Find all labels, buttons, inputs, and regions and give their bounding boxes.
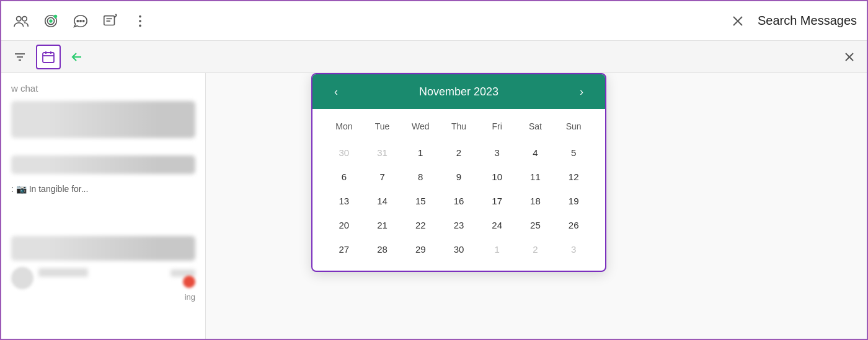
svg-point-1 (22, 16, 27, 20)
calendar-day[interactable]: 24 (478, 214, 516, 237)
chat-preview-text: : 📷 In tangible for... (11, 184, 195, 194)
svg-rect-22 (43, 53, 54, 63)
calendar-day[interactable]: 10 (478, 165, 516, 188)
svg-rect-9 (104, 15, 115, 25)
calendar-day[interactable]: 6 (325, 165, 363, 188)
calendar-day[interactable]: 1 (478, 238, 516, 261)
back-button[interactable] (66, 46, 88, 68)
calendar-day[interactable]: 30 (325, 141, 363, 164)
name-blur (38, 268, 88, 277)
svg-point-5 (54, 14, 58, 18)
svg-point-0 (17, 16, 21, 20)
calendar-day[interactable]: 19 (554, 190, 593, 212)
chat-icon[interactable] (71, 11, 91, 31)
svg-line-11 (115, 14, 117, 15)
next-month-button[interactable]: › (573, 83, 590, 100)
calendar-month-year: November 2023 (419, 85, 498, 98)
blur-block-1 (11, 101, 195, 138)
calendar-day[interactable]: 4 (516, 141, 555, 164)
calendar-popup: ‹ November 2023 › Mon Tue Wed Thu Fri Sa… (311, 73, 606, 272)
group-icon[interactable] (11, 11, 31, 31)
calendar-day[interactable]: 9 (440, 165, 478, 188)
calendar-weekdays: Mon Tue Wed Thu Fri Sat Sun (325, 116, 593, 136)
weekday-fri: Fri (478, 116, 516, 136)
calendar-button[interactable] (36, 45, 61, 69)
calendar-grid: Mon Tue Wed Thu Fri Sat Sun 303112345678… (312, 109, 605, 271)
weekday-mon: Mon (325, 116, 363, 136)
typing-indicator: ing (185, 292, 195, 302)
calendar-day[interactable]: 14 (363, 190, 402, 212)
svg-point-16 (139, 24, 141, 27)
calendar-header: ‹ November 2023 › (312, 74, 605, 109)
search-bar-row (1, 41, 867, 73)
svg-point-4 (50, 20, 52, 22)
calendar-day[interactable]: 18 (516, 190, 555, 212)
svg-point-15 (139, 20, 141, 22)
svg-point-7 (80, 20, 81, 21)
top-toolbar: Search Messages (1, 1, 867, 41)
calendar-day[interactable]: 21 (363, 214, 402, 237)
new-chat-icon[interactable] (100, 11, 120, 31)
calendar-day[interactable]: 2 (516, 238, 555, 261)
calendar-day[interactable]: 8 (401, 165, 440, 188)
calendar-day[interactable]: 3 (554, 238, 593, 261)
svg-point-14 (139, 15, 141, 17)
main-content: w chat : 📷 In tangible for... ing ‹ Nove… (1, 73, 867, 339)
calendar-day[interactable]: 12 (554, 165, 593, 188)
avatar (11, 267, 33, 289)
prev-month-button[interactable]: ‹ (327, 83, 345, 100)
weekday-thu: Thu (440, 116, 478, 136)
blur-block-2 (11, 155, 195, 174)
calendar-day[interactable]: 7 (363, 165, 402, 188)
weekday-wed: Wed (401, 116, 440, 136)
weekday-sat: Sat (516, 116, 555, 136)
calendar-day[interactable]: 29 (401, 238, 440, 261)
calendar-day[interactable]: 3 (478, 141, 516, 164)
calendar-day[interactable]: 22 (401, 214, 440, 237)
calendar-day[interactable]: 27 (325, 238, 363, 261)
weekday-tue: Tue (363, 116, 402, 136)
more-options-icon[interactable] (130, 11, 150, 31)
calendar-day[interactable]: 28 (363, 238, 402, 261)
page-title: Search Messages (758, 14, 857, 28)
search-input[interactable] (93, 51, 835, 62)
search-close-button[interactable] (839, 47, 859, 67)
close-button[interactable] (728, 11, 748, 31)
filter-button[interactable] (9, 46, 31, 68)
calendar-day[interactable]: 16 (440, 190, 478, 212)
calendar-day[interactable]: 15 (401, 190, 440, 212)
calendar-day[interactable]: 20 (325, 214, 363, 237)
blur-block-3 (11, 236, 195, 261)
weekday-sun: Sun (554, 116, 593, 136)
calendar-day[interactable]: 25 (516, 214, 555, 237)
chat-label: w chat (11, 83, 195, 94)
target-icon[interactable] (41, 11, 61, 31)
calendar-day[interactable]: 5 (554, 141, 593, 164)
calendar-day[interactable]: 13 (325, 190, 363, 212)
svg-point-8 (83, 20, 84, 21)
calendar-day[interactable]: 31 (363, 141, 402, 164)
calendar-day[interactable]: 11 (516, 165, 555, 188)
calendar-day[interactable]: 17 (478, 190, 516, 212)
calendar-day[interactable]: 26 (554, 214, 593, 237)
right-panel: ‹ November 2023 › Mon Tue Wed Thu Fri Sa… (206, 73, 867, 339)
calendar-day[interactable]: 30 (440, 238, 478, 261)
left-panel: w chat : 📷 In tangible for... ing (1, 73, 206, 339)
calendar-day[interactable]: 2 (440, 141, 478, 164)
calendar-day[interactable]: 23 (440, 214, 478, 237)
unread-badge (183, 276, 195, 288)
svg-point-6 (77, 20, 78, 21)
calendar-days: 3031123456789101112131415161718192021222… (325, 141, 593, 261)
calendar-day[interactable]: 1 (401, 141, 440, 164)
app-wrapper: Search Messages (0, 0, 868, 340)
